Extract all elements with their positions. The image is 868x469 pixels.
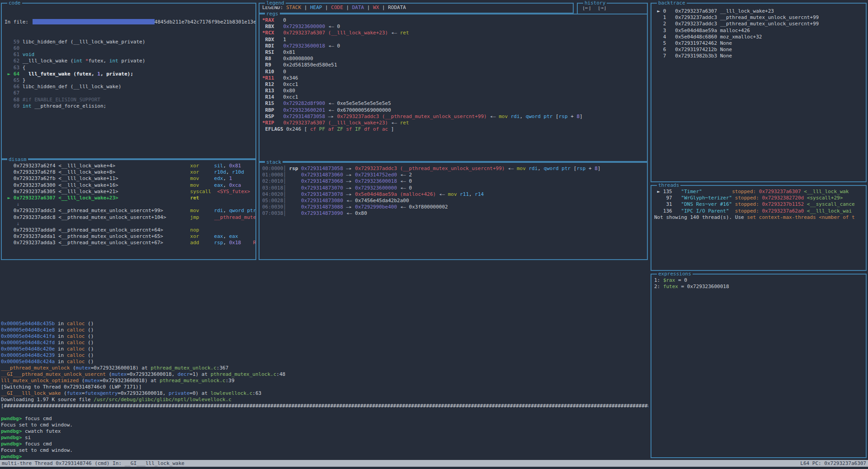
register-row: RBP 0x729323600201 ◂— 0x6700000569000000: [262, 107, 644, 114]
source-line: 66 libc_hidden_def (__lll_lock_wake): [5, 84, 253, 90]
cmd-line: 0x00005e04d48c424a in calloc (): [1, 359, 648, 365]
disasm-row: 0x7293237a62fb <__lll_lock_wake+11> mov …: [5, 175, 253, 182]
legend-panel: legend LEGEND: STACK | HEAP | CODE | DAT…: [259, 3, 574, 14]
disasm-row: 0x7293237a62f4 <__lll_lock_wake+4> xor s…: [5, 163, 253, 169]
source-line: 67: [5, 90, 253, 96]
status-bar-left: multi-thre Thread 0x7293148746 (cmd) In:…: [2, 460, 184, 467]
source-line: 60: [5, 45, 253, 52]
backtrace-frame: 6 0x72931974212b None: [654, 47, 863, 53]
backtrace-frame: ► 0 0x7293237a6307 __lll_lock_wake+23: [654, 8, 863, 14]
cmd-line: 0x00005e04d48c4239 in calloc (): [1, 352, 648, 359]
stack-row: 04:0020│ 0x729314873078 —▸ 0x5e04d48ae59…: [262, 191, 644, 198]
stack-row: 07:0038│ 0x729314873090 ◂— 0x80: [262, 210, 644, 217]
stack-row: 03:0018│ 0x729314873070 —▸ 0x72932360000…: [262, 185, 644, 191]
register-row: RDX 1: [262, 37, 644, 43]
source-line: 68 #if ENABLE_ELISION_SUPPORT: [5, 97, 253, 103]
expressions-panel-title: expressions: [657, 271, 693, 277]
disasm-row: ↓: [5, 221, 253, 227]
source-line: 69 int __pthread_force_elision;: [5, 103, 253, 109]
disasm-content: 0x7293237a62f4 <__lll_lock_wake+4> xor s…: [2, 160, 255, 259]
register-row: *R11 0x346: [262, 75, 644, 81]
cmd-line: __GI___lll_lock_wake (futex=futex@entry=…: [1, 390, 648, 397]
cmd-line: pwndbg>: [1, 454, 648, 460]
backtrace-frame: 4 0x5e04d48c6860 moz_xmalloc+32: [654, 34, 863, 40]
source-line: 62 __lll_lock_wake (int *futex, int priv…: [5, 58, 253, 64]
thread-row: Not showing 140 thread(s). Use set conte…: [654, 214, 863, 221]
disasm-row: ► 0x7293237a6307 <__lll_lock_wake+23> re…: [5, 195, 253, 201]
cmd-line: pwndbg> focus cmd: [1, 416, 648, 422]
stack-content: 00:0000│ rsp 0x729314873058 —▸ 0x7293237…: [259, 163, 647, 259]
backtrace-frame: 7 0x72931982b3b3 None: [654, 53, 863, 59]
backtrace-panel-title: backtrace: [657, 0, 687, 6]
code-panel-content: In file: 4845db211e7b42c7176f9be21b8301e…: [2, 4, 255, 158]
expression-row: 1: $rax = 0: [654, 277, 863, 284]
register-row: RDI 0x729323600018 ◂— 0: [262, 43, 644, 49]
cmd-line: 0x00005e04d48c420e in calloc (): [1, 346, 648, 352]
register-row: *RCX 0x7293237a6307 (__lll_lock_wake+23)…: [262, 30, 644, 36]
expressions-content: 1: $rax = 02: futex = 0x729323600018: [651, 275, 866, 457]
stack-row: 00:0000│ rsp 0x729314873058 —▸ 0x7293237…: [262, 166, 644, 172]
register-row: R8 0x80008000: [262, 56, 644, 62]
source-file-header: In file: 4845db211e7b42c7176f9be21b8301e…: [5, 19, 253, 26]
status-bar: multi-thre Thread 0x7293148746 (cmd) In:…: [0, 460, 868, 467]
cmd-line: __GI___pthread_mutex_unlock_usercnt (mut…: [1, 371, 648, 378]
backtrace-frame: 3 0x5e04d48ae59a malloc+426: [654, 28, 863, 34]
register-row: R14 0xcc1: [262, 94, 644, 100]
in-file-label: In file:: [5, 19, 32, 25]
pwndbg-terminal: { "colors":{"bg":"#262d3a","border":"#41…: [0, 0, 868, 469]
stack-panel: stack 00:0000│ rsp 0x729314873058 —▸ 0x7…: [259, 162, 648, 260]
disasm-row: 0x7293237addc3 <__pthread_mutex_unlock_u…: [5, 208, 253, 214]
regs-content: *RAX 0 RBX 0x729323600000 ◂— 0*RCX 0x729…: [259, 14, 647, 161]
legend-row: LEGEND: STACK | HEAP | CODE | DATA | WX …: [262, 5, 570, 11]
regs-panel-title: regs: [265, 11, 280, 17]
disasm-row: 0x7293237a6305 <__lll_lock_wake+21> sysc…: [5, 189, 253, 195]
disasm-row: 0x7293237adda3 <__pthread_mutex_unlock_u…: [5, 240, 253, 246]
legend-content: LEGEND: STACK | HEAP | CODE | DATA | WX …: [259, 4, 573, 13]
source-lines: 59 libc_hidden_def (__lll_lock_wake_priv…: [5, 39, 253, 109]
source-line: 59 libc_hidden_def (__lll_lock_wake_priv…: [5, 39, 253, 45]
legend-panel-title: legend: [265, 0, 286, 6]
register-row: *RIP 0x7293237a6307 (__lll_lock_wake+23)…: [262, 120, 644, 126]
source-line: 61 void: [5, 52, 253, 58]
code-panel-title: code: [7, 0, 22, 6]
cmd-line: pwndbg> focus cmd: [1, 441, 648, 447]
code-panel: code In file: 4845db211e7b42c7176f9be21b…: [1, 3, 256, 159]
source-file-hash: 4845db211e7b42c7176f9be21b8301e13e: [155, 19, 255, 25]
register-row: R12 0xcc1: [262, 81, 644, 88]
cmd-line: Focus set to cmd window.: [1, 447, 648, 454]
register-row: RSI 0x81: [262, 49, 644, 56]
cmd-line: [Switching to Thread 0x7293148746c0 (LWP…: [1, 384, 648, 390]
backtrace-panel: backtrace ► 0 0x7293237a6307 __lll_lock_…: [651, 3, 867, 182]
source-line: 63 {: [5, 65, 253, 71]
disasm-row: 0x7293237a62f8 <__lll_lock_wake+8> xor r…: [5, 169, 253, 175]
threads-panel-title: threads: [657, 182, 680, 189]
stack-row: 06:0030│ 0x729314873088 —▸ 0x7292990be40…: [262, 204, 644, 210]
disasm-row: 0x7293237adda0 <__pthread_mutex_unlock_u…: [5, 227, 253, 233]
registers-panel: regs *RAX 0 RBX 0x729323600000 ◂— 0*RCX …: [259, 14, 648, 162]
cmd-line: Downloading 1.97 K source file /usr/src/…: [1, 397, 648, 403]
cmd-line: [1, 409, 648, 416]
source-line: ► 64 lll_futex_wake (futex, 1, private);: [5, 71, 253, 77]
command-output-window[interactable]: 0x00005e04d48c435b in calloc ()0x00005e0…: [0, 260, 648, 460]
path-highlight: [33, 19, 155, 24]
register-row: RBX 0x729323600000 ◂— 0: [262, 24, 644, 30]
register-row: *RAX 0: [262, 17, 644, 24]
register-row: EFLAGS 0x246 [ cf PF af ZF sf IF df of a…: [262, 126, 644, 133]
cmd-line: 0x00005e04d48c435b in calloc (): [1, 321, 648, 327]
status-bar-right: L64 PC: 0x7293237a6307: [800, 460, 866, 467]
stack-row: 02:0010│ 0x729314873068 —▸ 0x72932360001…: [262, 178, 644, 185]
disasm-panel-title: disasm: [7, 156, 28, 163]
cmd-line: ___pthread_mutex_unlock (mutex=0x7293236…: [1, 365, 648, 371]
stack-row: 01:0008│ 0x729314873060 —▸ 0x729314752ed…: [262, 172, 644, 178]
backtrace-content: ► 0 0x7293237a6307 __lll_lock_wake+23 1 …: [651, 4, 866, 181]
register-row: RSP 0x729314873058 —▸ 0x7293237addc3 (__…: [262, 114, 644, 120]
cmd-line: pwndbg> si: [1, 435, 648, 441]
backtrace-frame: 1 0x7293237addc3 __pthread_mutex_unlock_…: [654, 14, 863, 21]
register-row: R9 0x2d561850ed580e51: [262, 62, 644, 68]
disasm-row: 0x7293237addc8 <__pthread_mutex_unlock_u…: [5, 214, 253, 221]
thread-row: ► 135 "Timer" stopped: 0x7293237a6307 <_…: [654, 189, 863, 195]
history-panel-title: history: [583, 0, 607, 6]
backtrace-frame: 2 0x7293237addc3 __pthread_mutex_unlock_…: [654, 21, 863, 27]
threads-content: ► 135 "Timer" stopped: 0x7293237a6307 <_…: [651, 186, 866, 270]
register-row: R10 0: [262, 69, 644, 75]
